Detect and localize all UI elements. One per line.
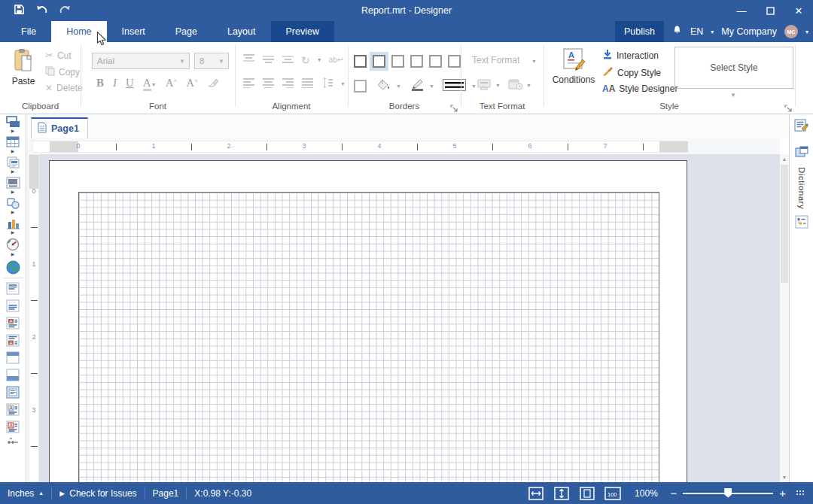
delete-button[interactable]: ✕ Delete (45, 83, 83, 93)
flyout-arrow-icon[interactable]: ▶ (11, 169, 15, 174)
report-tree-icon[interactable] (795, 215, 808, 232)
resize-grip[interactable] (796, 490, 805, 496)
save-icon[interactable] (14, 4, 25, 18)
outer-borders-button[interactable] (373, 55, 385, 68)
notifications-bell-icon[interactable] (671, 25, 683, 38)
toolbox-map-icon[interactable] (6, 260, 20, 275)
toolbox-table-icon[interactable]: ▶ (6, 136, 20, 155)
language-selector[interactable]: EN (690, 26, 703, 37)
line-spacing-icon[interactable] (321, 77, 333, 90)
avatar[interactable]: MC (784, 25, 798, 38)
style-designer-button[interactable]: AA Style Designer (602, 83, 678, 94)
dictionary-panel-tab[interactable]: Dictionary (797, 167, 806, 209)
scrollbar-thumb[interactable] (781, 165, 788, 283)
flyout-arrow-icon[interactable]: ▶ (11, 210, 15, 214)
toolbox-page-footer-band-icon[interactable]: A (6, 334, 20, 347)
account-caret-icon[interactable]: ▾ (805, 29, 808, 35)
tab-page[interactable]: Page (160, 21, 212, 42)
toolbox-header-band-icon[interactable]: A (6, 403, 20, 416)
fit-page-height-icon[interactable] (553, 485, 571, 502)
rotation-caret-icon[interactable]: ▼ (317, 57, 322, 62)
copy-button[interactable]: Copy (45, 66, 80, 78)
toolbox-shape-icon[interactable]: ▶ (6, 197, 20, 216)
zoom-slider-track[interactable] (683, 493, 773, 494)
zoom-out-button[interactable]: − (670, 487, 677, 499)
canvas-viewport[interactable] (39, 154, 780, 482)
align-right-icon[interactable] (282, 77, 294, 90)
toolbox-group-header-band-icon[interactable] (6, 351, 20, 364)
select-style-gallery[interactable]: Select Style (674, 47, 793, 89)
toolbox-footer-band-icon[interactable]: A (6, 421, 20, 433)
report-page[interactable] (49, 160, 687, 482)
undo-icon[interactable] (35, 4, 48, 18)
align-justify-icon[interactable] (301, 77, 314, 90)
units-selector[interactable]: Inches ▲ (0, 482, 51, 504)
bottom-border-button[interactable] (429, 55, 442, 68)
account-name[interactable]: My Company (721, 26, 777, 37)
align-middle-icon[interactable] (262, 53, 275, 66)
style-dialog-launcher-icon[interactable] (784, 102, 793, 111)
border-color-caret-icon[interactable]: ▼ (429, 83, 434, 89)
panel-icon[interactable] (795, 146, 808, 161)
tab-layout[interactable]: Layout (212, 21, 271, 42)
publish-button[interactable]: Publish (615, 21, 664, 42)
zoom-100-icon[interactable]: 100 (604, 485, 622, 502)
vertical-scrollbar[interactable]: ▲ ▼ (780, 154, 789, 482)
fit-page-width-icon[interactable] (527, 485, 545, 502)
interaction-button[interactable]: Interaction (602, 49, 659, 62)
toolbox-empty-band-icon[interactable] (6, 438, 20, 445)
line-spacing-caret-icon[interactable]: ▼ (340, 81, 346, 87)
check-for-issues-button[interactable]: ▶ Check for Issues (52, 482, 144, 504)
shrink-font-button[interactable]: A˅ (186, 77, 198, 90)
fill-color-bucket-icon[interactable] (376, 78, 391, 93)
whole-page-icon[interactable] (578, 485, 596, 502)
font-color-button[interactable]: A▼ (143, 77, 157, 90)
minimize-button[interactable]: — (727, 0, 756, 21)
horizontal-ruler[interactable]: 0 1 2 3 4 5 6 7 (32, 141, 687, 153)
underline-button[interactable]: U (126, 77, 134, 90)
border-style-caret-icon[interactable]: ▼ (471, 83, 477, 89)
zoom-slider[interactable]: − + (670, 487, 786, 499)
toolbox-cross-band-icon[interactable]: ▶ (6, 156, 20, 175)
cut-button[interactable]: ✂ Cut (45, 50, 72, 61)
italic-button[interactable]: I (113, 77, 117, 90)
toolbox-barcode-icon[interactable]: ▶ (6, 177, 20, 196)
border-color-pen-icon[interactable] (410, 78, 424, 93)
borders-dialog-launcher-icon[interactable] (450, 102, 458, 111)
zoom-slider-thumb[interactable] (724, 488, 732, 498)
language-caret-icon[interactable]: ▾ (711, 29, 714, 35)
format-currency-caret-icon[interactable]: ▼ (495, 83, 501, 88)
clear-format-eraser-icon[interactable] (207, 77, 219, 90)
wrap-text-icon[interactable]: ab↩ (329, 56, 344, 64)
right-border-button[interactable] (448, 55, 461, 68)
text-format-caret-icon[interactable]: ▼ (531, 59, 537, 64)
paste-button[interactable]: Paste (6, 47, 41, 95)
properties-icon[interactable] (794, 119, 808, 135)
conditions-button[interactable]: A Conditions (554, 47, 593, 85)
vertical-ruler[interactable]: 0 1 2 3 (29, 154, 39, 482)
border-style-icon[interactable] (443, 79, 466, 93)
flyout-arrow-icon[interactable]: ▶ (11, 252, 15, 257)
bold-button[interactable]: B (96, 77, 104, 90)
zoom-in-button[interactable]: + (779, 487, 786, 499)
style-gallery-caret-icon[interactable]: ▼ (730, 92, 736, 99)
copy-style-button[interactable]: Copy Style (602, 66, 661, 79)
text-rotation-icon[interactable]: ↻ (301, 54, 310, 66)
format-datetime-caret-icon[interactable]: ▼ (526, 83, 531, 88)
toolbox-data-band-icon[interactable] (6, 386, 20, 399)
toolbox-gauge-icon[interactable]: ▶ (6, 238, 20, 258)
tab-insert[interactable]: Insert (107, 21, 160, 42)
page-design-grid[interactable] (78, 192, 659, 482)
toolbox-report-summary-band-icon[interactable] (6, 299, 20, 312)
text-format-selector[interactable]: Text Format (472, 55, 535, 65)
flyout-arrow-icon[interactable]: ▶ (11, 190, 15, 194)
fill-color-caret-icon[interactable]: ▼ (396, 83, 401, 89)
scroll-up-icon[interactable]: ▲ (780, 156, 789, 162)
align-left-icon[interactable] (242, 77, 255, 90)
all-borders-button[interactable] (354, 55, 367, 68)
toolbox-bands-icon[interactable]: ▶ (6, 116, 20, 135)
maximize-button[interactable] (756, 0, 784, 21)
flyout-arrow-icon[interactable]: ▶ (11, 149, 15, 153)
toolbox-chart-icon[interactable]: ▶ (6, 217, 20, 236)
tab-preview[interactable]: Preview (271, 21, 334, 42)
